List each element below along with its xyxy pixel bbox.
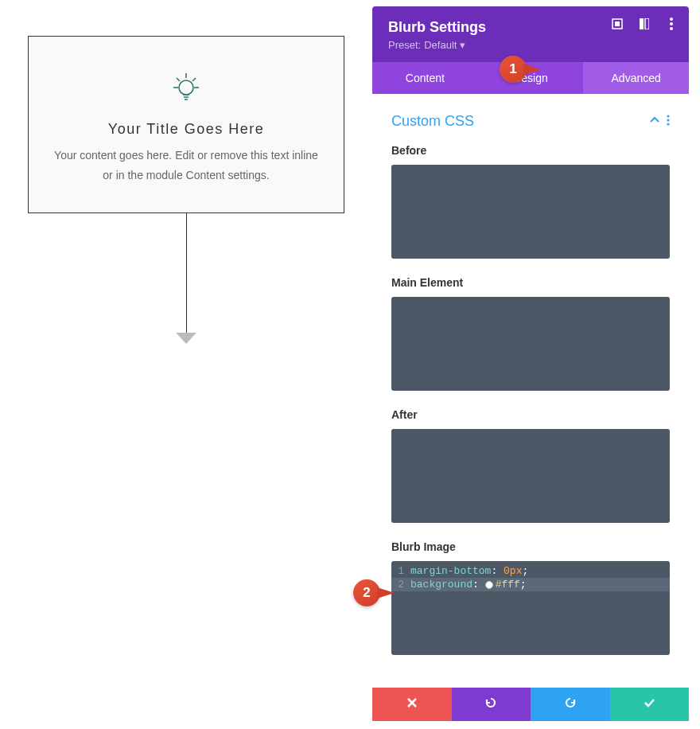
svg-point-11 (670, 22, 673, 25)
color-swatch-icon (485, 581, 493, 589)
code-token: #fff (496, 579, 520, 591)
css-label-after: After (391, 408, 670, 421)
blurb-card: Your Title Goes Here Your content goes h… (28, 36, 344, 213)
code-token: ; (522, 565, 528, 577)
preset-selector[interactable]: Preset: Default ▾ (388, 39, 673, 51)
preset-value: Default (424, 39, 457, 51)
svg-rect-7 (615, 21, 620, 26)
preset-label: Preset: (388, 39, 421, 51)
connector-arrow-icon (28, 333, 344, 344)
code-token: background (410, 579, 472, 591)
code-token: : (472, 579, 479, 591)
css-field-main-element: Main Element (391, 276, 670, 391)
undo-icon (484, 696, 497, 712)
connector-line (186, 213, 187, 333)
svg-point-15 (667, 123, 669, 125)
code-token: 0px (504, 565, 522, 577)
panel-footer (372, 688, 689, 721)
svg-point-12 (670, 27, 673, 30)
undo-button[interactable] (452, 688, 531, 721)
css-field-after: After (391, 408, 670, 523)
code-box-main-element[interactable] (391, 297, 670, 391)
tab-advanced[interactable]: Advanced (583, 62, 689, 94)
svg-point-0 (179, 80, 193, 95)
lightbulb-icon (51, 68, 321, 107)
panel-body[interactable]: Custom CSS Before Main Element After Bl (372, 94, 689, 688)
snap-icon[interactable] (638, 18, 651, 30)
svg-line-5 (192, 78, 196, 81)
callout-marker-1: 1 (500, 56, 527, 83)
css-label-before: Before (391, 144, 670, 157)
code-token: : (491, 565, 497, 577)
section-header[interactable]: Custom CSS (391, 113, 670, 130)
blurb-title[interactable]: Your Title Goes Here (51, 121, 321, 138)
svg-point-13 (667, 115, 669, 117)
svg-line-4 (177, 78, 180, 81)
callout-marker-2: 2 (353, 579, 380, 606)
code-box-blurb-image[interactable]: 1 margin-bottom: 0px; 2 background: #fff… (391, 561, 670, 655)
expand-icon[interactable] (611, 18, 624, 30)
code-token: margin-bottom (410, 565, 491, 577)
css-label-main-element: Main Element (391, 276, 670, 289)
svg-rect-8 (640, 18, 644, 29)
code-box-before[interactable] (391, 165, 670, 259)
kebab-menu-icon[interactable] (665, 18, 678, 30)
css-field-before: Before (391, 144, 670, 259)
section-title: Custom CSS (391, 113, 474, 130)
redo-icon (564, 696, 577, 712)
preview-area: Your Title Goes Here Your content goes h… (28, 36, 344, 344)
save-button[interactable] (610, 688, 690, 721)
collapse-icon[interactable] (649, 115, 660, 129)
css-field-blurb-image: Blurb Image 1 margin-bottom: 0px; 2 back… (391, 540, 670, 655)
chevron-down-icon: ▾ (460, 39, 465, 51)
close-icon (406, 697, 418, 711)
css-label-blurb-image: Blurb Image (391, 540, 670, 553)
code-box-after[interactable] (391, 429, 670, 523)
panel-tabs: Content Design Advanced 1 (372, 62, 689, 94)
cancel-button[interactable] (372, 688, 452, 721)
svg-point-10 (670, 18, 673, 21)
redo-button[interactable] (531, 688, 610, 721)
line-number: 1 (391, 565, 410, 577)
svg-point-14 (667, 119, 669, 121)
tab-content[interactable]: Content (372, 62, 478, 94)
settings-panel: Blurb Settings Preset: Default ▾ Content… (372, 6, 689, 721)
svg-rect-9 (645, 18, 649, 29)
blurb-content[interactable]: Your content goes here. Edit or remove t… (51, 146, 321, 185)
code-token: ; (520, 579, 527, 591)
check-icon (643, 696, 655, 712)
section-kebab-icon[interactable] (667, 115, 670, 129)
panel-header: Blurb Settings Preset: Default ▾ (372, 6, 689, 62)
